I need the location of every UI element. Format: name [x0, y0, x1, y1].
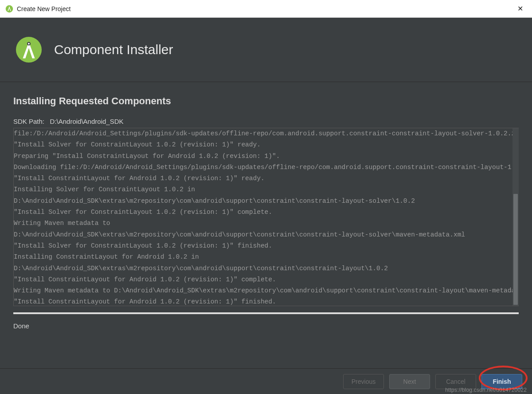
watermark-text: https://blog.csdn.net/u014720022 [445, 387, 527, 393]
progress-bar [13, 312, 519, 314]
window-title: Create New Project [17, 5, 70, 12]
content-area: Installing Requested Components SDK Path… [0, 82, 532, 368]
log-output: file:/D:/Android/Android_Settings/plugin… [13, 128, 519, 306]
header: Component Installer [0, 18, 532, 82]
log-scrollbar-thumb[interactable] [513, 194, 518, 305]
sdk-path-line: SDK Path: D:\Android\Android_SDK [13, 118, 519, 125]
next-button: Next [389, 374, 430, 389]
sdk-path-label: SDK Path: [13, 118, 44, 125]
previous-button: Previous [343, 374, 384, 389]
status-text: Done [13, 322, 519, 330]
android-studio-icon [5, 5, 13, 13]
title-bar: Create New Project ✕ [0, 0, 532, 18]
title-left: Create New Project [5, 5, 70, 13]
svg-point-4 [28, 43, 30, 45]
svg-point-1 [9, 7, 10, 8]
log-scrollbar[interactable] [512, 128, 519, 306]
android-studio-logo-icon [15, 36, 43, 63]
svg-point-2 [16, 37, 42, 63]
sdk-path-value: D:\Android\Android_SDK [50, 118, 124, 125]
footer: Previous Next Cancel Finish https://blog… [0, 368, 532, 394]
log-content: file:/D:/Android/Android_Settings/plugin… [14, 128, 519, 306]
close-button[interactable]: ✕ [514, 3, 527, 15]
header-title: Component Installer [54, 42, 173, 57]
svg-point-0 [6, 5, 13, 12]
section-title: Installing Requested Components [13, 95, 519, 107]
